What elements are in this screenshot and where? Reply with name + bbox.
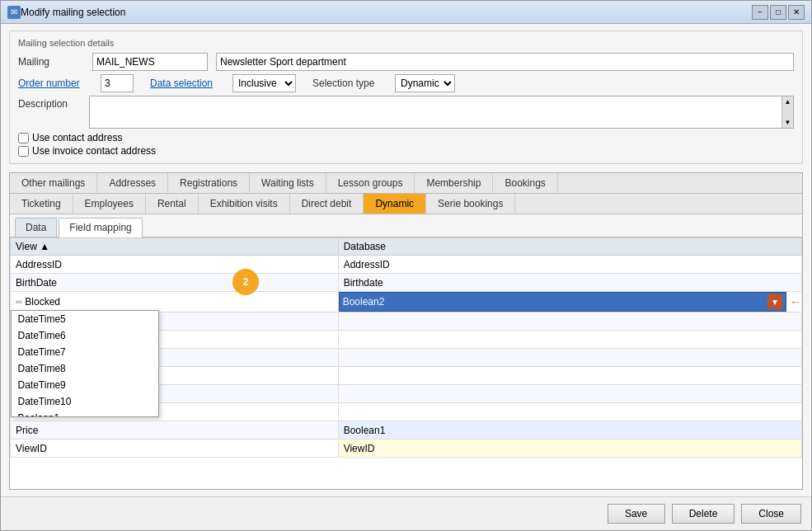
dropdown-item[interactable]: DateTime5 — [12, 311, 158, 327]
cell-database: Boolean1 — [338, 421, 801, 439]
cell-database — [338, 403, 801, 421]
cell-database: AddressID — [338, 256, 801, 274]
tab-ticketing[interactable]: Ticketing — [10, 194, 73, 214]
step-badge: 2 — [232, 269, 259, 295]
use-contact-address-checkbox[interactable] — [18, 133, 29, 143]
mailing-code-input[interactable] — [92, 53, 208, 71]
col-view-header: View ▲ — [11, 238, 339, 256]
mailing-description-input[interactable] — [216, 53, 794, 71]
cell-database — [338, 367, 801, 385]
cell-database: Birthdate — [338, 274, 801, 292]
cell-database — [338, 349, 801, 367]
cell-database — [338, 385, 801, 403]
tab-addresses[interactable]: Addresses — [97, 173, 168, 193]
description-label: Description — [18, 98, 84, 110]
order-data-row: Order number Data selection Inclusive Ex… — [18, 74, 794, 92]
tab-rental[interactable]: Rental — [146, 194, 199, 214]
tab-direct-debit[interactable]: Direct debit — [290, 194, 364, 214]
step-badge-number: 2 — [243, 276, 249, 288]
tab-exhibition-visits[interactable]: Exhibition visits — [199, 194, 290, 214]
data-selection-label[interactable]: Data selection — [150, 78, 216, 89]
dropdown-item[interactable]: DateTime10 — [12, 393, 158, 410]
content-area: Mailing selection details Mailing Order … — [1, 24, 811, 496]
selection-type-select[interactable]: Dynamic Static — [395, 74, 455, 92]
use-invoice-address-checkbox[interactable] — [18, 146, 29, 157]
tab-lesson-groups[interactable]: Lesson groups — [326, 173, 415, 193]
cell-view: BirthDate — [11, 274, 339, 292]
window-title: Modify mailing selection — [21, 7, 752, 18]
mailing-label: Mailing — [18, 56, 84, 68]
dropdown-item[interactable]: Boolean1 — [12, 410, 158, 417]
table-container: View ▲ Database AddressID AddressID Birt… — [10, 237, 802, 489]
dropdown-item[interactable]: DateTime7 — [12, 344, 158, 360]
tab-bookings[interactable]: Bookings — [493, 173, 557, 193]
sub-tab-data[interactable]: Data — [15, 218, 57, 237]
save-button[interactable]: Save — [608, 504, 665, 524]
footer: Save Delete Close — [1, 496, 811, 530]
edit-pencil-icon: ✏ — [16, 298, 22, 307]
scroll-down-arrow[interactable]: ▼ — [785, 119, 791, 126]
tab-membership[interactable]: Membership — [415, 173, 493, 193]
dropdown-arrow-button[interactable]: ▼ — [767, 294, 782, 309]
title-bar: ✉ Modify mailing selection − □ ✕ — [1, 1, 811, 24]
table-row[interactable]: ViewID ViewID — [11, 439, 802, 458]
main-window: ✉ Modify mailing selection − □ ✕ Mailing… — [0, 0, 812, 531]
table-row[interactable]: Price Boolean1 — [11, 421, 802, 439]
dropdown-item[interactable]: DateTime9 — [12, 377, 158, 393]
window-icon: ✉ — [7, 6, 21, 19]
field-mapping-table: View ▲ Database AddressID AddressID Birt… — [10, 237, 802, 458]
cell-view: Price — [11, 421, 339, 439]
close-window-button[interactable]: ✕ — [788, 5, 805, 20]
use-contact-address-label: Use contact address — [32, 132, 122, 143]
tabs-row-1: Other mailings Addresses Registrations W… — [10, 173, 802, 194]
tabs-row-2: Ticketing Employees Rental Exhibition vi… — [10, 194, 802, 214]
use-invoice-address-group: Use invoice contact address — [18, 145, 794, 157]
order-number-label[interactable]: Order number — [18, 78, 84, 89]
close-button[interactable]: Close — [741, 504, 801, 524]
table-row[interactable]: AddressID AddressID — [11, 256, 802, 274]
delete-button[interactable]: Delete — [672, 504, 735, 524]
tab-dynamic[interactable]: Dynamic — [364, 194, 426, 214]
scroll-up-arrow[interactable]: ▲ — [785, 98, 791, 106]
mailing-section: Mailing selection details Mailing Order … — [9, 31, 803, 164]
description-group: Description ▲ ▼ — [18, 96, 794, 129]
cell-database: ViewID — [338, 439, 801, 458]
tab-waiting-lists[interactable]: Waiting lists — [250, 173, 326, 193]
description-field-row: ▲ ▼ — [89, 96, 794, 129]
maximize-button[interactable]: □ — [770, 5, 786, 20]
tab-registrations[interactable]: Registrations — [168, 173, 250, 193]
table-row[interactable]: BirthDate Birthdate — [11, 274, 802, 292]
tab-serie-bookings[interactable]: Serie bookings — [426, 194, 515, 214]
dropdown-item[interactable]: DateTime6 — [12, 327, 158, 344]
minimize-button[interactable]: − — [752, 5, 768, 20]
cell-view: ViewID — [11, 439, 339, 458]
title-bar-buttons: − □ ✕ — [752, 5, 805, 20]
use-invoice-address-label: Use invoice contact address — [32, 145, 156, 157]
sub-tabs: Data Field mapping — [10, 214, 802, 237]
description-scrollbar: ▲ ▼ — [781, 96, 793, 128]
table-row[interactable]: ✏ Blocked Boolean2 ▼ ← — [11, 292, 802, 312]
selection-type-label: Selection type — [312, 78, 378, 89]
cell-database-edit[interactable]: Boolean2 ▼ ← DateTime5 DateTime6 — [338, 292, 801, 312]
dropdown-item[interactable]: DateTime8 — [12, 360, 158, 377]
description-textarea[interactable] — [90, 96, 781, 128]
dropdown-popup: DateTime5 DateTime6 DateTime7 DateTime8 … — [11, 310, 159, 417]
cell-database — [338, 331, 801, 349]
order-number-input[interactable] — [101, 74, 134, 92]
sub-tab-field-mapping[interactable]: Field mapping — [59, 218, 142, 237]
tab-panel: Other mailings Addresses Registrations W… — [9, 172, 803, 490]
section-header: Mailing selection details — [18, 38, 794, 48]
data-selection-select[interactable]: Inclusive Exclusive — [232, 74, 296, 92]
dropdown-selected-value: Boolean2 — [343, 296, 385, 308]
tab-other-mailings[interactable]: Other mailings — [10, 173, 97, 193]
cell-view: AddressID — [11, 256, 339, 274]
tab-employees[interactable]: Employees — [73, 194, 146, 214]
orange-arrow-indicator: ← — [790, 295, 801, 308]
cell-database — [338, 312, 801, 331]
use-contact-address-group: Use contact address — [18, 132, 794, 143]
col-database-header: Database — [338, 238, 801, 256]
mailing-row: Mailing — [18, 53, 794, 71]
